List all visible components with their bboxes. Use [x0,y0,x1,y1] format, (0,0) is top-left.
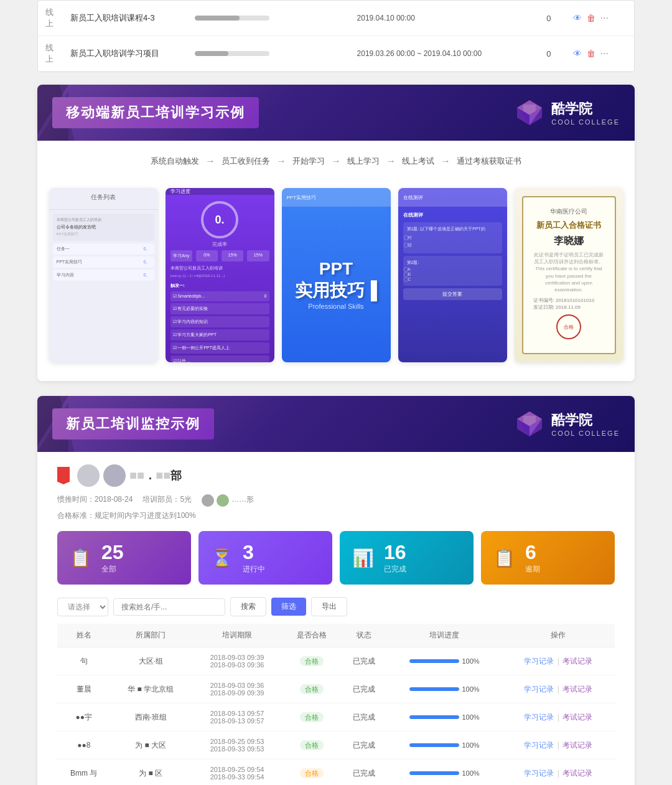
stats-row: 📋 25 全部 ⏳ 3 进行中 📊 16 已完成 📋 6 逾期 [57,531,615,585]
action-cell[interactable]: 学习记录 | 考试记录 [502,731,615,759]
empty-cell2 [329,36,350,72]
monitor-logo-cube-icon [514,408,545,440]
dept-cell: 西南·班组 [110,703,191,731]
monitor-banner-header: 新员工培训监控示例 酷学院 COOL COLLEGE [37,396,635,452]
period-cell: 2018-09-03 09:36 2018-09-09 09:39 [191,675,283,703]
name-cell: 董晨 [57,675,110,703]
flow-section: 系统自动触发 → 员工收到任务 → 开始学习 → 线上学习 → 线上考试 → 通… [37,141,635,182]
status-cell: 已完成 [340,759,387,786]
progress-cell [187,36,309,72]
pass-cell: 合格 [283,647,340,675]
search-button[interactable]: 搜索 [230,597,266,616]
th-状态: 状态 [340,624,387,647]
action-cell[interactable]: 学习记录 | 考试记录 [502,703,615,731]
study-record-link[interactable]: 学习记录 [524,685,554,693]
empty-cell [309,36,329,72]
table-row: 董晨 华 ■ 学北京组 2018-09-03 09:36 2018-09-09 … [57,675,615,703]
dept-cell: 大区·组 [110,647,191,675]
stat-label: 已完成 [384,564,406,575]
study-record-link[interactable]: 学习记录 [524,713,554,722]
mode-cell: 线上 [38,1,63,36]
table-header-row: 姓名所属部门培训期限是否合格状态培训进度操作 [57,624,615,647]
stat-number: 16 [384,541,406,564]
name-cell: 句 [57,647,110,675]
action-cell[interactable]: 👁 🗑 ··· [566,1,634,36]
th-操作: 操作 [502,624,615,647]
flow-step: 线上学习 [347,156,380,167]
monitor-table: 姓名所属部门培训期限是否合格状态培训进度操作 句 大区·组 2018-09-03… [57,624,615,785]
period-cell: 2018-09-03 09:39 2018-09-03 09:36 [191,647,283,675]
more-icon[interactable]: ··· [600,48,609,59]
table-row: Bmm 与 为 ■ 区 2018-09-25 09:54 2018-09-33 … [57,759,615,786]
action-cell[interactable]: 👁 🗑 ··· [566,36,634,72]
study-record-link[interactable]: 学习记录 [524,741,554,750]
pass-cell: 合格 [283,675,340,703]
cert-title: 新员工入合格证书 [533,220,605,231]
status-cell: 已完成 [340,703,387,731]
flow-step: 线上考试 [402,156,434,167]
screenshot-ppt: PPT实用技巧 PPT 实用技巧▐ Professional Skills [282,188,391,362]
export-button[interactable]: 导出 [311,597,347,616]
stat-icon: 📋 [493,548,515,568]
stat-card-已完成: 📊 16 已完成 [340,531,474,585]
action-cell[interactable]: 学习记录 | 考试记录 [502,675,615,703]
stat-card-进行中: ⏳ 3 进行中 [198,531,332,585]
count-cell: 0 [539,1,565,36]
period-cell: 2018-09-13 09:57 2018-09-13 09:57 [191,703,283,731]
exam-record-link[interactable]: 考试记录 [562,741,592,750]
study-record-link[interactable]: 学习记录 [524,769,554,778]
stat-card-逾期: 📋 6 逾期 [481,531,615,585]
user-profile-row: ■■．■■部 [57,464,615,487]
flow-arrow-icon: → [276,156,286,167]
pass-cell: 合格 [283,759,340,786]
exam-record-link[interactable]: 考试记录 [562,713,592,722]
keyword-input[interactable] [113,598,225,616]
mobile-banner-header: 移动端新员工培训学习示例 酷学院 COOL COLLEGE [37,85,635,141]
screenshot-purple: 学习进度 0. 完成率 学习Any 0% 15% 15% 本商贸公司新员工入职培… [166,188,274,362]
exam-record-link[interactable]: 考试记录 [562,769,592,778]
th-姓名: 姓名 [57,624,110,647]
logo-text-block: 酷学院 COOL COLLEGE [551,100,620,126]
user-name-block: ■■．■■部 [129,468,182,483]
more-icon[interactable]: ··· [600,12,609,24]
exam-record-link[interactable]: 考试记录 [562,685,592,693]
screenshot-exam: 在线测评 在线测评 第1题: 以下哪个选项是正确的关于PPT的 ⃝ 对 ⃝ 错 … [398,188,507,362]
delete-icon[interactable]: 🗑 [587,13,595,23]
flow-arrow-icon: → [386,156,396,167]
cert-stamp: 合格 [556,314,581,339]
th-培训进度: 培训进度 [387,624,502,647]
view-icon[interactable]: 👁 [573,49,582,59]
date-cell: 2019.03.26 00:00 ~ 2019.04.10 00:00 [350,36,539,72]
period-cell: 2018-09-25 09:53 2018-09-33 09:53 [191,731,283,759]
flow-step: 通过考核获取证书 [457,156,521,167]
dept-filter[interactable]: 请选择 [57,598,108,616]
flow-arrow-icon: → [331,156,341,167]
filter-button[interactable]: 筛选 [271,598,306,616]
study-record-link[interactable]: 学习记录 [524,657,554,665]
progress-cell: 100% [387,647,502,675]
monitor-logo-main: 酷学院 [551,411,592,430]
view-icon[interactable]: 👁 [573,13,582,23]
delete-icon[interactable]: 🗑 [587,49,595,59]
monitor-content: ■■．■■部 惯推时间：2018-08-24 培训部员：5光 ……形 合格标准：… [37,452,635,785]
filter-row[interactable]: 请选择 搜索 筛选 导出 [57,597,615,616]
table-row: ●●8 为 ■ 大区 2018-09-25 09:53 2018-09-33 0… [57,731,615,759]
stat-card-全部: 📋 25 全部 [57,531,191,585]
status-cell: 已完成 [340,731,387,759]
action-cell[interactable]: 学习记录 | 考试记录 [502,759,615,786]
stat-icon: ⏳ [211,548,233,568]
screenshot-mobile: 任务列表 本商贸公司新员工入职培训 公司令各组的发言吧 PPT实用技巧 任务一0… [49,188,158,362]
exam-record-link[interactable]: 考试记录 [562,657,592,665]
bookmark-icon [57,467,70,484]
action-cell[interactable]: 学习记录 | 考试记录 [502,647,615,675]
pass-criteria: 合格标准：规定时间内学习进度达到100% [57,510,615,521]
cert-company: 华南医疗公司 [533,207,605,216]
create-time: 惯推时间：2018-08-24 [57,494,133,507]
status-cell: 已完成 [340,675,387,703]
screenshot-cert: 华南医疗公司 新员工入合格证书 李晓娜 此证书是用于证明员工已完成新员工入职培训… [515,188,623,362]
pass-cell: 合格 [283,731,340,759]
monitor-logo-sub: COOL COLLEGE [551,430,620,437]
monitor-banner-section: 新员工培训监控示例 酷学院 COOL COLLEGE ■ [37,396,635,785]
progress-cell: 100% [387,703,502,731]
progress-cell: 100% [387,675,502,703]
